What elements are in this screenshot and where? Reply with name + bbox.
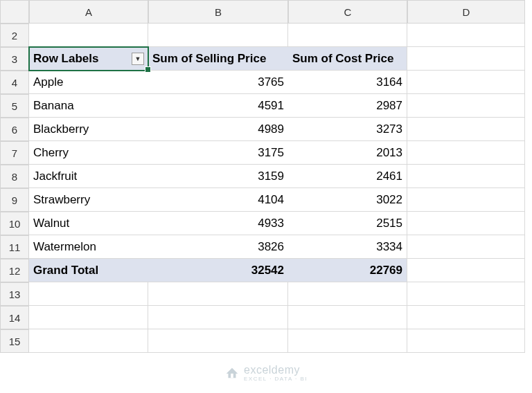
cell-D8[interactable] — [407, 165, 525, 188]
row-header-6[interactable]: 6 — [0, 118, 29, 141]
cell-A15[interactable] — [29, 329, 148, 353]
cell-C15[interactable] — [288, 329, 407, 353]
row-labels-text: Row Labels — [33, 52, 98, 66]
cell-B4[interactable]: 3765 — [148, 71, 288, 94]
cell-B14[interactable] — [148, 306, 288, 329]
cell-D2[interactable] — [407, 24, 525, 47]
row-header-9[interactable]: 9 — [0, 188, 29, 212]
cell-A12-grand-total-label[interactable]: Grand Total — [29, 259, 148, 282]
cell-B5[interactable]: 4591 — [148, 94, 288, 118]
cell-B6[interactable]: 4989 — [148, 118, 288, 141]
col-header-B[interactable]: B — [148, 0, 288, 24]
cell-A9[interactable]: Strawberry — [29, 188, 148, 212]
cell-A14[interactable] — [29, 306, 148, 329]
cell-B13[interactable] — [148, 282, 288, 306]
cell-D4[interactable] — [407, 71, 525, 94]
cell-A6[interactable]: Blackberry — [29, 118, 148, 141]
cell-B15[interactable] — [148, 329, 288, 353]
cell-D7[interactable] — [407, 141, 525, 165]
cell-D12[interactable] — [407, 259, 525, 282]
row-header-15[interactable]: 15 — [0, 329, 29, 353]
col-header-C[interactable]: C — [288, 0, 407, 24]
cell-B10[interactable]: 4933 — [148, 212, 288, 235]
row-header-11[interactable]: 11 — [0, 235, 29, 259]
row-header-13[interactable]: 13 — [0, 282, 29, 306]
cell-C6[interactable]: 3273 — [288, 118, 407, 141]
col-header-A[interactable]: A — [29, 0, 148, 24]
row-header-14[interactable]: 14 — [0, 306, 29, 329]
cell-C14[interactable] — [288, 306, 407, 329]
exceldemy-logo-icon — [224, 365, 240, 381]
cell-C4[interactable]: 3164 — [288, 71, 407, 94]
row-header-10[interactable]: 10 — [0, 212, 29, 235]
watermark-tagline: EXCEL · DATA · BI — [244, 376, 308, 382]
cell-A3-row-labels-header[interactable]: Row Labels ▼ — [29, 47, 148, 71]
select-all-corner[interactable] — [0, 0, 29, 24]
watermark-text: exceldemy EXCEL · DATA · BI — [244, 364, 308, 382]
cell-B8[interactable]: 3159 — [148, 165, 288, 188]
cell-B11[interactable]: 3826 — [148, 235, 288, 259]
cell-C12-grand-total[interactable]: 22769 — [288, 259, 407, 282]
filter-dropdown-icon[interactable]: ▼ — [132, 53, 144, 65]
cell-D3[interactable] — [407, 47, 525, 71]
cell-B2[interactable] — [148, 24, 288, 47]
cell-C10[interactable]: 2515 — [288, 212, 407, 235]
cell-B9[interactable]: 4104 — [148, 188, 288, 212]
cell-D14[interactable] — [407, 306, 525, 329]
cell-D13[interactable] — [407, 282, 525, 306]
cell-C11[interactable]: 3334 — [288, 235, 407, 259]
cell-C13[interactable] — [288, 282, 407, 306]
cell-C3-header[interactable]: Sum of Cost Price — [288, 47, 407, 71]
cell-D5[interactable] — [407, 94, 525, 118]
cell-A7[interactable]: Cherry — [29, 141, 148, 165]
cell-A11[interactable]: Watermelon — [29, 235, 148, 259]
cell-D10[interactable] — [407, 212, 525, 235]
svg-rect-0 — [231, 374, 233, 378]
cell-C8[interactable]: 2461 — [288, 165, 407, 188]
cell-A10[interactable]: Walnut — [29, 212, 148, 235]
col-header-D[interactable]: D — [407, 0, 525, 24]
watermark: exceldemy EXCEL · DATA · BI — [224, 364, 308, 382]
cell-B3-header[interactable]: Sum of Selling Price — [148, 47, 288, 71]
cell-C7[interactable]: 2013 — [288, 141, 407, 165]
cell-C5[interactable]: 2987 — [288, 94, 407, 118]
watermark-name: exceldemy — [244, 364, 300, 376]
cell-B7[interactable]: 3175 — [148, 141, 288, 165]
row-header-3[interactable]: 3 — [0, 47, 29, 71]
cell-B12-grand-total[interactable]: 32542 — [148, 259, 288, 282]
cell-A8[interactable]: Jackfruit — [29, 165, 148, 188]
cell-A13[interactable] — [29, 282, 148, 306]
cell-A5[interactable]: Banana — [29, 94, 148, 118]
cell-D15[interactable] — [407, 329, 525, 353]
cell-D9[interactable] — [407, 188, 525, 212]
cell-D11[interactable] — [407, 235, 525, 259]
cell-D6[interactable] — [407, 118, 525, 141]
cell-A2[interactable] — [29, 24, 148, 47]
cell-C9[interactable]: 3022 — [288, 188, 407, 212]
cell-C2[interactable] — [288, 24, 407, 47]
row-header-7[interactable]: 7 — [0, 141, 29, 165]
row-header-12[interactable]: 12 — [0, 259, 29, 282]
spreadsheet-grid[interactable]: A B C D 2 3 Row Labels ▼ Sum of Selling … — [0, 0, 532, 353]
row-header-2[interactable]: 2 — [0, 24, 29, 47]
row-header-4[interactable]: 4 — [0, 71, 29, 94]
row-header-8[interactable]: 8 — [0, 165, 29, 188]
cell-A4[interactable]: Apple — [29, 71, 148, 94]
row-header-5[interactable]: 5 — [0, 94, 29, 118]
